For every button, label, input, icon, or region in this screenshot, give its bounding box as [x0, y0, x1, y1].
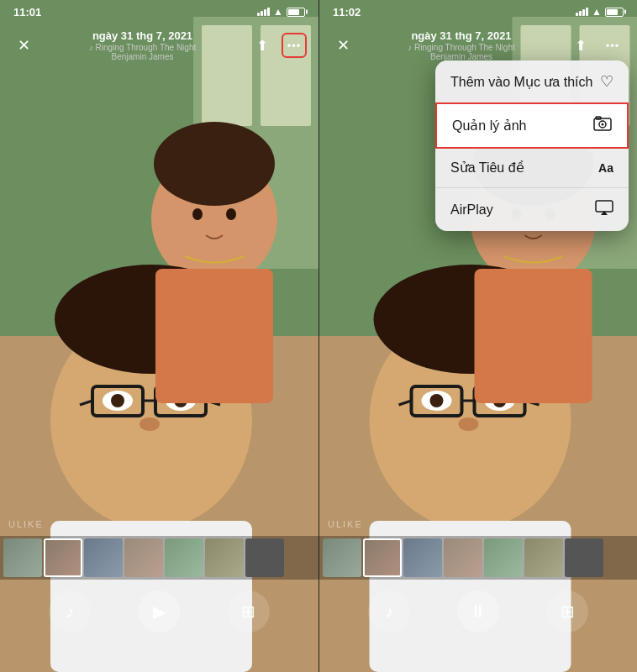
- battery-fill-2: [607, 9, 618, 15]
- status-bar-2: 11:02 ▲: [319, 0, 637, 24]
- more-button-2[interactable]: •••: [600, 33, 625, 58]
- thumb-item[interactable]: [84, 538, 123, 577]
- grid-button-1[interactable]: ⊞: [228, 591, 270, 633]
- thumb-item[interactable]: [524, 538, 563, 577]
- thumb-item[interactable]: [444, 538, 482, 577]
- signal-icon-1: [257, 8, 270, 16]
- music-button-1[interactable]: ♪: [49, 591, 91, 633]
- status-time-2: 11:02: [333, 6, 361, 18]
- menu-item-airplay[interactable]: AirPlay: [435, 188, 629, 231]
- thumb-strip-1: [0, 536, 318, 580]
- menu-item-favorites-label: Thêm vào Mục ưa thích: [450, 74, 592, 90]
- pause-button-2[interactable]: ⏸: [457, 591, 499, 633]
- grid-button-2[interactable]: ⊞: [546, 591, 588, 633]
- menu-item-manage-label: Quản lý ảnh: [452, 118, 526, 134]
- text-icon: Aa: [598, 161, 613, 175]
- thumb-item[interactable]: [245, 538, 284, 577]
- header-song-1: ♪ Ringing Through The Night Benjamin Jam…: [35, 43, 250, 61]
- play-button-1[interactable]: ▶: [138, 591, 180, 633]
- status-icons-1: ▲: [257, 6, 305, 18]
- thumb-strip-inner-1: [0, 538, 287, 577]
- header-actions-1: ⬆ •••: [250, 33, 307, 58]
- thumb-item[interactable]: [165, 538, 203, 577]
- airplay-icon: [595, 200, 613, 219]
- svg-point-7: [192, 208, 203, 220]
- share-button-2[interactable]: ⬆: [568, 33, 593, 58]
- svg-point-49: [602, 123, 604, 126]
- svg-point-43: [459, 417, 479, 431]
- bottom-controls-1: ♪ ▶ ⊞: [0, 585, 318, 638]
- bottom-controls-2: ♪ ⏸ ⊞: [319, 585, 637, 638]
- thumb-item[interactable]: [205, 538, 244, 577]
- battery-icon-2: [605, 8, 624, 17]
- thumb-item[interactable]: [44, 538, 82, 577]
- manage-photo-icon: [593, 116, 612, 135]
- thumb-item[interactable]: [565, 538, 603, 577]
- header-date-2: ngày 31 thg 7, 2021: [355, 29, 568, 42]
- header-center-1: ngày 31 thg 7, 2021 ♪ Ringing Through Th…: [35, 29, 250, 61]
- header-date-1: ngày 31 thg 7, 2021: [35, 29, 250, 42]
- share-button-1[interactable]: ⬆: [250, 33, 275, 58]
- header-song-2: ♪ Ringing Through The Night Benjamin Jam…: [355, 43, 568, 61]
- status-bar-1: 11:01 ▲: [0, 0, 318, 24]
- battery-icon-1: [287, 8, 305, 17]
- top-header-1: ✕ ngày 31 thg 7, 2021 ♪ Ringing Through …: [0, 24, 318, 67]
- svg-rect-22: [155, 269, 273, 403]
- watermark-2: ULIKE: [328, 519, 363, 529]
- status-time-1: 11:01: [13, 6, 41, 18]
- wifi-icon-1: ▲: [273, 6, 283, 18]
- close-button-1[interactable]: ✕: [12, 34, 35, 57]
- music-button-2[interactable]: ♪: [368, 591, 410, 633]
- status-icons-2: ▲: [576, 6, 624, 18]
- close-button-2[interactable]: ✕: [331, 34, 355, 57]
- menu-item-favorites[interactable]: Thêm vào Mục ưa thích ♡: [435, 60, 629, 103]
- thumb-strip-2: [319, 536, 637, 580]
- heart-icon: ♡: [600, 72, 613, 91]
- panel-2: 11:02 ▲ ✕ ngày 31 thg 7, 2021 ♪ Ringing …: [318, 0, 637, 672]
- thumb-item[interactable]: [363, 538, 402, 577]
- thumb-item[interactable]: [484, 538, 523, 577]
- svg-point-6: [154, 122, 275, 206]
- menu-item-manage[interactable]: Quản lý ảnh: [435, 102, 629, 149]
- panel-1: 11:01 ▲ ✕ ngày 31 thg 7, 2021 ♪ Ringing …: [0, 0, 318, 672]
- wifi-icon-2: ▲: [592, 6, 602, 18]
- svg-point-20: [140, 417, 160, 431]
- battery-fill-1: [288, 9, 299, 15]
- menu-item-airplay-label: AirPlay: [450, 202, 493, 218]
- svg-point-41: [430, 394, 444, 407]
- menu-item-edit-label: Sửa Tiêu đề: [450, 160, 524, 176]
- menu-item-edit-title[interactable]: Sửa Tiêu đề Aa: [435, 148, 629, 188]
- watermark-1: ULIKE: [8, 519, 44, 529]
- thumb-item[interactable]: [403, 538, 442, 577]
- svg-point-18: [111, 394, 124, 407]
- thumb-item[interactable]: [3, 538, 42, 577]
- thumb-item[interactable]: [323, 538, 361, 577]
- dropdown-menu: Thêm vào Mục ưa thích ♡ Quản lý ảnh Sửa …: [435, 60, 629, 231]
- header-actions-2: ⬆ •••: [568, 33, 625, 58]
- more-button-1[interactable]: •••: [282, 33, 307, 58]
- header-center-2: ngày 31 thg 7, 2021 ♪ Ringing Through Th…: [355, 29, 568, 61]
- svg-rect-50: [596, 201, 613, 212]
- svg-point-8: [226, 208, 236, 220]
- svg-rect-45: [475, 269, 592, 403]
- thumb-strip-inner-2: [319, 538, 607, 577]
- signal-icon-2: [576, 8, 588, 16]
- thumb-item[interactable]: [124, 538, 163, 577]
